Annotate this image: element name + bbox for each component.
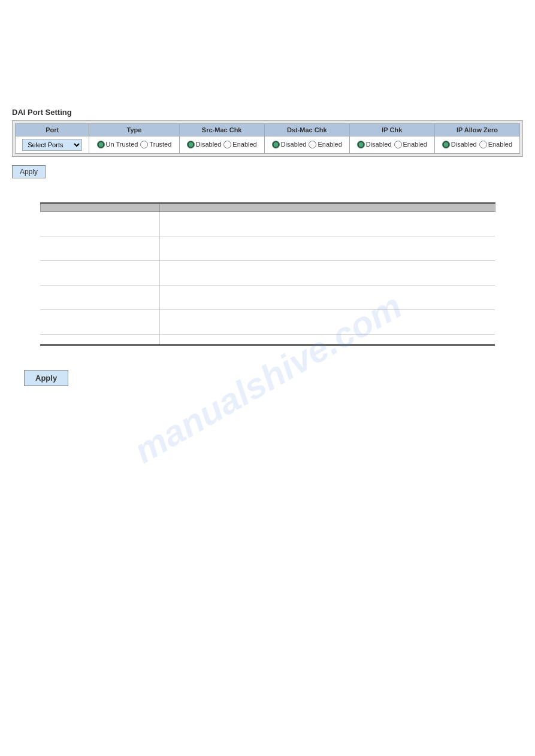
ip-allow-zero-enabled-radio[interactable] — [479, 141, 487, 148]
dai-apply-button[interactable]: Apply — [12, 165, 46, 178]
table-row — [40, 236, 495, 261]
port-cell: Select Ports — [16, 136, 89, 154]
ip-chk-enabled-text: Enabled — [403, 141, 427, 148]
src-mac-disabled-radio[interactable] — [187, 141, 195, 148]
info-row5-col2 — [160, 310, 495, 335]
col-header-ip-allow-zero: IP Allow Zero — [434, 124, 519, 136]
port-select[interactable]: Select Ports — [22, 139, 82, 151]
dai-section-title: DAI Port Setting — [12, 108, 523, 117]
col-header-type: Type — [89, 124, 179, 136]
type-trusted-text: Trusted — [149, 141, 171, 148]
table-row — [40, 212, 495, 236]
dai-port-setting-section: DAI Port Setting Port Type Src-Mac Chk D… — [12, 108, 523, 178]
dai-apply-wrapper: Apply — [12, 160, 523, 178]
info-section: Apply — [12, 202, 523, 386]
type-radio-group: Un Trusted Trusted — [97, 141, 172, 148]
dst-mac-disabled-text: Disabled — [281, 141, 307, 148]
table-row — [40, 310, 495, 335]
info-row3-col1 — [40, 261, 160, 286]
table-row — [40, 261, 495, 286]
ip-chk-enabled-radio[interactable] — [394, 141, 402, 148]
dai-table-wrapper: Port Type Src-Mac Chk Dst-Mac Chk IP Chk… — [12, 120, 523, 157]
table-row — [40, 286, 495, 310]
col-header-ip-chk: IP Chk — [349, 124, 434, 136]
info-row4-col2 — [160, 286, 495, 310]
dai-table: Port Type Src-Mac Chk Dst-Mac Chk IP Chk… — [15, 123, 520, 154]
info-row2-col1 — [40, 236, 160, 261]
dst-mac-disabled-label[interactable]: Disabled — [272, 141, 307, 148]
src-mac-enabled-text: Enabled — [232, 141, 256, 148]
type-trusted-radio[interactable] — [140, 141, 148, 148]
src-mac-radio-group: Disabled Enabled — [187, 141, 257, 148]
table-row — [40, 335, 495, 345]
ip-allow-zero-disabled-label[interactable]: Disabled — [442, 141, 477, 148]
info-row4-col1 — [40, 286, 160, 310]
info-row6-col1 — [40, 335, 160, 345]
src-mac-enabled-label[interactable]: Enabled — [223, 141, 256, 148]
src-mac-cell: Disabled Enabled — [179, 136, 264, 154]
info-row3-col2 — [160, 261, 495, 286]
src-mac-enabled-radio[interactable] — [223, 141, 231, 148]
type-untrusted-text: Un Trusted — [106, 141, 138, 148]
col-header-dst-mac: Dst-Mac Chk — [264, 124, 349, 136]
ip-chk-enabled-label[interactable]: Enabled — [394, 141, 427, 148]
ip-allow-zero-radio-group: Disabled Enabled — [442, 141, 512, 148]
type-untrusted-label[interactable]: Un Trusted — [97, 141, 138, 148]
ip-allow-zero-disabled-radio[interactable] — [442, 141, 450, 148]
ip-chk-disabled-label[interactable]: Disabled — [357, 141, 392, 148]
info-row6-col2 — [160, 335, 495, 345]
info-row1-col2 — [160, 212, 495, 236]
ip-allow-zero-cell: Disabled Enabled — [434, 136, 519, 154]
col-header-src-mac: Src-Mac Chk — [179, 124, 264, 136]
dst-mac-enabled-label[interactable]: Enabled — [309, 141, 341, 148]
dst-mac-disabled-radio[interactable] — [272, 141, 280, 148]
dst-mac-enabled-text: Enabled — [318, 141, 341, 148]
dst-mac-enabled-radio[interactable] — [309, 141, 316, 148]
dst-mac-cell: Disabled Enabled — [264, 136, 349, 154]
dst-mac-radio-group: Disabled Enabled — [272, 141, 342, 148]
ip-allow-zero-enabled-label[interactable]: Enabled — [479, 141, 512, 148]
ip-chk-disabled-radio[interactable] — [357, 141, 365, 148]
dai-table-row: Select Ports Un Trusted — [16, 136, 520, 154]
type-untrusted-radio[interactable] — [97, 141, 105, 148]
ip-chk-disabled-text: Disabled — [366, 141, 392, 148]
type-trusted-label[interactable]: Trusted — [140, 141, 171, 148]
bottom-apply-button[interactable]: Apply — [24, 370, 68, 386]
bottom-apply-wrapper: Apply — [12, 358, 523, 386]
ip-allow-zero-disabled-text: Disabled — [451, 141, 477, 148]
info-col1-header — [40, 204, 160, 212]
info-table — [40, 202, 495, 346]
col-header-port: Port — [16, 124, 89, 136]
src-mac-disabled-text: Disabled — [196, 141, 222, 148]
info-row1-col1 — [40, 212, 160, 236]
src-mac-disabled-label[interactable]: Disabled — [187, 141, 222, 148]
info-col2-header — [160, 204, 495, 212]
ip-chk-cell: Disabled Enabled — [349, 136, 434, 154]
info-row2-col2 — [160, 236, 495, 261]
ip-chk-radio-group: Disabled Enabled — [357, 141, 427, 148]
type-cell: Un Trusted Trusted — [89, 136, 179, 154]
info-row5-col1 — [40, 310, 160, 335]
ip-allow-zero-enabled-text: Enabled — [488, 141, 512, 148]
